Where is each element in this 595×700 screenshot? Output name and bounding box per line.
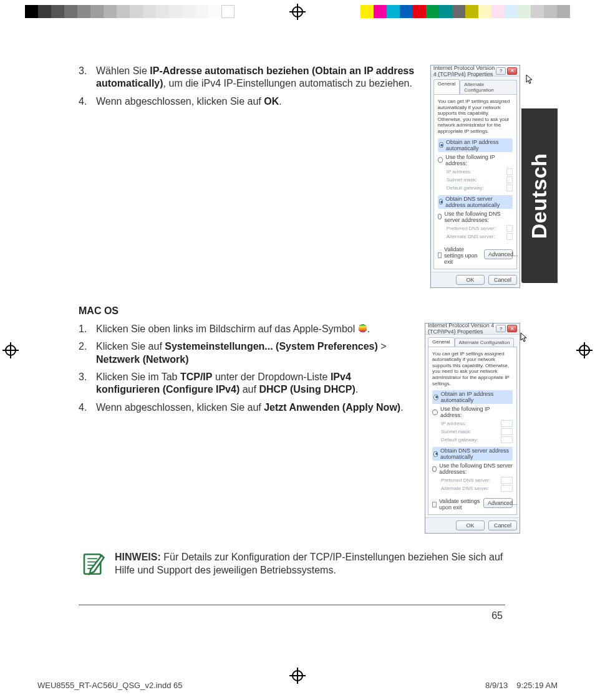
tab-alternate-config[interactable]: Alternate Configuration (460, 80, 517, 94)
label-alternate-dns: Alternate DNS server: (447, 234, 503, 239)
field-default-gateway[interactable]: . . . (501, 436, 513, 443)
dialog-title: Internet Protocol Version 4 (TCP/IPv4) P… (428, 322, 496, 335)
macos-step-2: 2. Klicken Sie auf Systemeinstellungen..… (79, 340, 414, 366)
help-button[interactable]: ? (496, 325, 506, 332)
advanced-button[interactable]: Advanced... (483, 498, 513, 508)
footer-rule (79, 605, 505, 605)
cancel-button[interactable]: Cancel (488, 275, 517, 285)
instruction-block-macos: 1. Klicken Sie oben links im Bildschirm … (79, 323, 414, 534)
ok-button[interactable]: OK (456, 275, 485, 285)
radio-use-following-ip[interactable]: Use the following IP address: (432, 406, 513, 418)
radio-use-following-dns[interactable]: Use the following DNS server addresses: (432, 463, 513, 475)
instruction-block-ipv4: 3. Wählen Sie IP-Adresse automatisch bez… (79, 65, 419, 288)
tab-alternate-config[interactable]: Alternate Configuration (455, 338, 515, 347)
step-3: 3. Wählen Sie IP-Adresse automatisch bez… (79, 65, 419, 90)
label-default-gateway: Default gateway: (441, 437, 497, 443)
radio-use-following-ip[interactable]: Use the following IP address: (438, 154, 513, 166)
dialog-title: Internet Protocol Version 4 (TCP/IPv4) P… (433, 65, 496, 77)
field-default-gateway[interactable]: . . . (506, 185, 513, 191)
label-ip-address: IP address: (447, 169, 503, 175)
field-alternate-dns[interactable]: . . . (501, 485, 513, 492)
ok-button[interactable]: OK (456, 520, 485, 530)
dialog-intro-text: You can get IP settings assigned automat… (432, 351, 513, 387)
registration-mark-icon (2, 342, 19, 358)
color-swatch-bar (360, 5, 570, 22)
advanced-button[interactable]: Advanced... (484, 249, 513, 259)
ipv4-properties-dialog: Internet Protocol Version 4 (TCP/IPv4) P… (425, 323, 520, 534)
note-icon (80, 551, 106, 577)
tab-general[interactable]: General (433, 79, 460, 94)
macos-step-3: 3. Klicken Sie im Tab TCP/IP unter der D… (79, 371, 414, 396)
label-alternate-dns: Alternate DNS server: (441, 486, 497, 491)
radio-obtain-dns-auto[interactable]: Obtain DNS server address automatically (438, 195, 513, 209)
field-alternate-dns[interactable]: . . . (506, 233, 513, 240)
help-button[interactable]: ? (496, 67, 506, 75)
step-4: 4. Wenn abgeschlossen, klicken Sie auf O… (79, 95, 419, 108)
macos-step-1: 1. Klicken Sie oben links im Bildschirm … (79, 323, 414, 335)
close-button[interactable]: ✕ (507, 325, 517, 332)
checkbox-validate-on-exit[interactable]: Validate settings upon exit (432, 498, 483, 511)
label-default-gateway: Default gateway: (447, 185, 503, 191)
radio-obtain-dns-auto[interactable]: Obtain DNS server address automatically (432, 447, 513, 461)
dialog-intro-text: You can get IP settings assigned automat… (438, 98, 513, 135)
radio-obtain-ip-auto[interactable]: Obtain an IP address automatically (432, 390, 513, 404)
macos-heading: MAC OS (79, 305, 520, 317)
slug-time: 9:25:19 AM (516, 681, 558, 690)
note-box: HINWEIS: Für Details zur Konfiguration d… (79, 547, 520, 581)
registration-mark-icon (289, 4, 306, 20)
apple-logo-icon (358, 324, 367, 333)
checkbox-validate-on-exit[interactable]: Validate settings upon exit (438, 246, 484, 265)
cursor-icon (520, 332, 528, 342)
cancel-button[interactable]: Cancel (488, 520, 517, 530)
print-slug: WEU8555_RT-AC56U_QSG_v2.indd 65 8/9/13 9… (37, 681, 558, 690)
slug-date: 8/9/13 (485, 681, 508, 690)
label-subnet-mask: Subnet mask: (447, 177, 503, 183)
macos-step-4: 4. Wenn abgeschlossen, klicken Sie auf J… (79, 401, 414, 414)
page-sheet: Deutsch 3. Wählen Sie IP-Adresse automat… (37, 35, 558, 663)
slug-filename: WEU8555_RT-AC56U_QSG_v2.indd 65 (37, 681, 182, 690)
radio-obtain-ip-auto[interactable]: Obtain an IP address automatically (438, 138, 513, 152)
page-number: 65 (491, 610, 503, 621)
label-preferred-dns: Preferred DNS server: (441, 477, 497, 483)
tab-general[interactable]: General (428, 337, 454, 347)
label-subnet-mask: Subnet mask: (441, 429, 497, 434)
grayscale-bar (25, 5, 235, 22)
registration-mark-icon (576, 342, 593, 358)
label-ip-address: IP address: (441, 421, 497, 426)
label-preferred-dns: Preferred DNS server: (447, 226, 503, 231)
note-text: HINWEIS: Für Details zur Konfiguration d… (115, 551, 519, 577)
ipv4-properties-dialog: Internet Protocol Version 4 (TCP/IPv4) P… (430, 65, 520, 288)
close-button[interactable]: ✕ (507, 67, 517, 75)
cursor-icon (526, 74, 533, 84)
radio-use-following-dns[interactable]: Use the following DNS server addresses: (438, 211, 513, 223)
